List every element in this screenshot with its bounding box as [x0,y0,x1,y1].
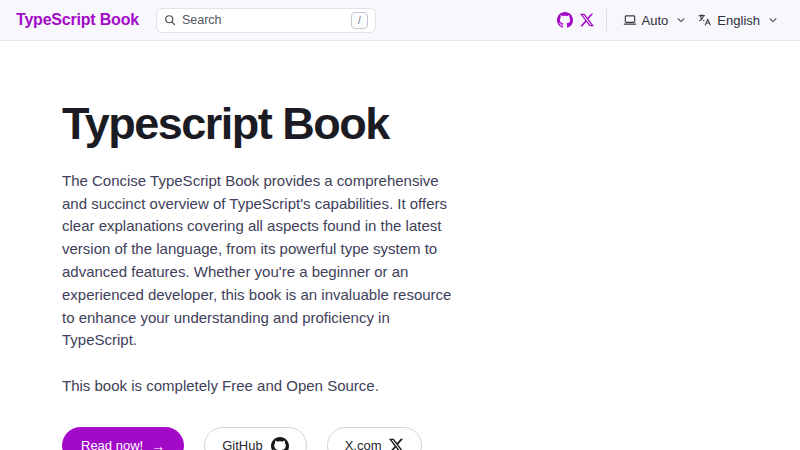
translate-icon [698,13,712,27]
search-placeholder: Search [182,13,222,27]
arrow-right-icon: → [151,439,165,450]
hero-section: Typescript Book The Concise TypeScript B… [0,41,800,450]
navbar: TypeScript Book Search / [0,0,800,41]
appearance-switcher[interactable]: Auto [617,0,693,40]
search-icon [164,14,176,26]
slash-key-icon: / [351,12,368,29]
page-title: Typescript Book [62,98,800,150]
search-input[interactable]: Search / [156,8,376,33]
language-label: English [717,13,760,28]
language-switcher[interactable]: English [692,0,784,40]
navbar-actions: Auto English [554,0,784,40]
x-com-button[interactable]: X.com [327,427,423,450]
read-now-label: Read now! [81,438,143,450]
x-icon [389,438,404,450]
github-icon[interactable] [554,9,576,31]
read-now-button[interactable]: Read now! → [62,427,184,450]
github-button-label: GitHub [222,438,262,450]
github-button[interactable]: GitHub [204,427,306,450]
x-com-button-label: X.com [345,438,382,450]
laptop-icon [623,13,637,27]
appearance-label: Auto [642,13,669,28]
hero-description: The Concise TypeScript Book provides a c… [62,170,466,352]
x-icon[interactable] [576,9,598,31]
nav-divider [606,9,607,31]
site-logo[interactable]: TypeScript Book [16,11,139,29]
chevron-down-icon [768,15,778,25]
hero-actions: Read now! → GitHub X.com [62,427,800,450]
github-icon [271,437,289,450]
chevron-down-icon [676,15,686,25]
hero-tagline: This book is completely Free and Open So… [62,377,800,394]
